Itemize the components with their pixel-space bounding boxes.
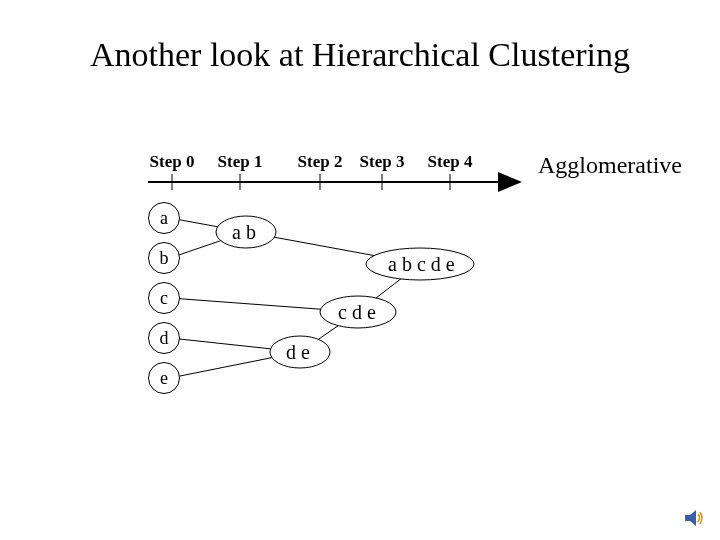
cluster-cde: c d e <box>338 301 376 324</box>
leaf-node-c: c <box>148 282 180 314</box>
leaf-label: e <box>160 368 168 389</box>
step-label-3: Step 3 <box>360 152 405 172</box>
cluster-abcde: a b c d e <box>388 253 455 276</box>
leaf-node-e: e <box>148 362 180 394</box>
svg-line-9 <box>170 338 300 352</box>
leaf-node-b: b <box>148 242 180 274</box>
step-label-4: Step 4 <box>428 152 473 172</box>
step-label-1: Step 1 <box>218 152 263 172</box>
step-label-0: Step 0 <box>150 152 195 172</box>
leaf-label: c <box>160 288 168 309</box>
slide: Another look at Hierarchical Clustering … <box>0 0 720 540</box>
cluster-de: d e <box>286 341 310 364</box>
step-label-2: Step 2 <box>298 152 343 172</box>
speaker-icon <box>682 506 706 530</box>
page-title: Another look at Hierarchical Clustering <box>0 36 720 74</box>
leaf-label: a <box>160 208 168 229</box>
leaf-node-d: d <box>148 322 180 354</box>
diagram-edges <box>0 0 720 540</box>
svg-line-11 <box>170 298 358 312</box>
svg-marker-19 <box>685 510 696 526</box>
leaf-label: d <box>160 328 169 349</box>
svg-line-10 <box>170 352 300 378</box>
method-label: Agglomerative <box>538 152 682 179</box>
leaf-node-a: a <box>148 202 180 234</box>
leaf-label: b <box>160 248 169 269</box>
cluster-ab: a b <box>232 221 256 244</box>
